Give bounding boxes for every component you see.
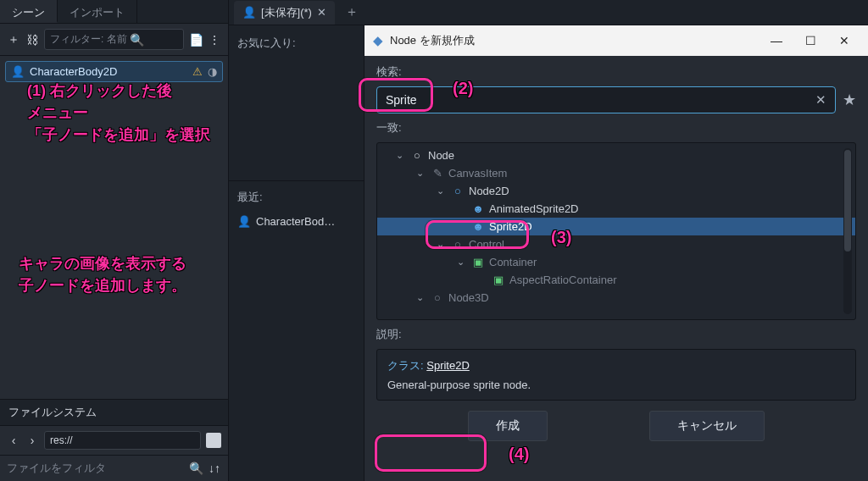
- filesystem-title: ファイルシステム: [0, 400, 228, 426]
- tree-control[interactable]: ⌄○Control: [377, 235, 855, 253]
- tree-node2d[interactable]: ⌄○Node2D: [377, 182, 855, 200]
- close-button[interactable]: ✕: [836, 34, 853, 47]
- match-label: 一致:: [376, 120, 856, 135]
- fs-path-box[interactable]: res://: [44, 431, 201, 450]
- add-tab-icon[interactable]: ＋: [337, 3, 367, 21]
- node2d-icon: ○: [452, 185, 464, 197]
- desc-label: 説明:: [376, 327, 856, 342]
- scrollbar[interactable]: [843, 148, 852, 314]
- dock-tabs: シーン インポート: [0, 0, 228, 24]
- scene-filter[interactable]: フィルター: 名前 🔍: [44, 29, 184, 50]
- chevron-down-icon: ⌄: [416, 168, 426, 179]
- main-tabbar: 👤 [未保存](*) ✕ ＋: [229, 0, 868, 25]
- characterbody-icon: 👤: [11, 65, 25, 78]
- filesystem-panel: ファイルシステム ‹ › res:// ファイルをフィルタ 🔍 ↓↑: [0, 399, 228, 481]
- dialog-titlebar[interactable]: ◆ Node を新規作成 — ☐ ✕: [364, 25, 868, 56]
- tree-animatedsprite2d[interactable]: ☻AnimatedSprite2D: [377, 200, 855, 218]
- dialog-title-text: Node を新規作成: [390, 33, 475, 48]
- filter-placeholder: フィルター: 名前: [50, 32, 127, 47]
- recent-item[interactable]: 👤 CharacterBod…: [229, 210, 364, 233]
- sprite2d-icon: ☻: [472, 220, 484, 233]
- control-icon: ○: [452, 238, 464, 251]
- class-description: General-purpose sprite node.: [387, 379, 845, 391]
- class-label: クラス:: [387, 359, 424, 372]
- tree-canvasitem[interactable]: ⌄✎CanvasItem: [377, 164, 855, 182]
- description-box: クラス: Sprite2D General-purpose sprite nod…: [376, 349, 856, 401]
- add-icon[interactable]: ＋: [7, 33, 20, 47]
- script-add-icon[interactable]: 📄: [189, 33, 203, 47]
- fs-view-toggle[interactable]: [206, 433, 221, 448]
- more-icon[interactable]: ⋮: [208, 33, 221, 47]
- minimize-button[interactable]: —: [768, 34, 785, 47]
- tree-node3d[interactable]: ⌄○Node3D: [377, 289, 855, 307]
- godot-icon: ◆: [373, 33, 383, 48]
- aspectratio-icon: ▣: [492, 274, 504, 286]
- chevron-down-icon: ⌄: [396, 150, 406, 161]
- favorites-label: お気に入り:: [229, 25, 364, 56]
- cancel-button[interactable]: キャンセル: [649, 411, 765, 441]
- class-name[interactable]: Sprite2D: [426, 359, 470, 372]
- match-list: ⌄○Node ⌄✎CanvasItem ⌄○Node2D ☻AnimatedSp…: [376, 142, 856, 320]
- canvasitem-icon: ✎: [431, 167, 443, 180]
- close-icon[interactable]: ✕: [317, 6, 326, 19]
- tab-import[interactable]: インポート: [58, 0, 137, 23]
- animatedsprite-icon: ☻: [472, 202, 484, 215]
- scene-toolbar: ＋ ⛓ フィルター: 名前 🔍 📄 ⋮: [0, 24, 228, 56]
- chevron-down-icon: ⌄: [437, 239, 447, 250]
- recent-label: 最近:: [229, 180, 364, 210]
- maximize-button[interactable]: ☐: [802, 34, 819, 47]
- recent-item-label: CharacterBod…: [256, 215, 335, 228]
- favorite-star-icon[interactable]: ★: [843, 91, 856, 109]
- search-input-wrap[interactable]: ✕: [376, 86, 836, 113]
- scene-tree: 👤 CharacterBody2D ⚠ ◑: [0, 56, 228, 225]
- create-node-dialog: ◆ Node を新規作成 — ☐ ✕ 検索: ✕ ★: [364, 25, 868, 481]
- root-node-label: CharacterBody2D: [30, 65, 117, 78]
- characterbody-icon: 👤: [237, 215, 251, 228]
- tree-sprite2d[interactable]: ☻Sprite2D: [377, 218, 855, 235]
- node-icon: ○: [411, 149, 423, 162]
- visibility-icon[interactable]: ◑: [208, 65, 217, 78]
- scene-root-node[interactable]: 👤 CharacterBody2D ⚠ ◑: [5, 61, 223, 82]
- search-input[interactable]: [386, 93, 809, 107]
- scrollthumb[interactable]: [844, 150, 851, 252]
- search-label: 検索:: [376, 64, 856, 80]
- link-icon[interactable]: ⛓: [25, 33, 39, 47]
- fs-filter-box[interactable]: ファイルをフィルタ: [7, 461, 184, 476]
- tree-container[interactable]: ⌄▣Container: [377, 253, 855, 271]
- characterbody-icon: 👤: [242, 6, 256, 19]
- chevron-down-icon: ⌄: [457, 257, 467, 268]
- search-icon: 🔍: [189, 462, 203, 475]
- tab-scene[interactable]: シーン: [0, 0, 58, 23]
- main-tab-unsaved[interactable]: 👤 [未保存](*) ✕: [234, 1, 335, 25]
- tree-node[interactable]: ⌄○Node: [377, 147, 855, 164]
- node3d-icon: ○: [431, 291, 443, 304]
- chevron-down-icon: ⌄: [416, 292, 426, 303]
- search-icon: 🔍: [131, 33, 144, 47]
- container-icon: ▣: [472, 256, 484, 268]
- warning-icon[interactable]: ⚠: [192, 65, 203, 78]
- favorites-panel: お気に入り: 最近: 👤 CharacterBod…: [229, 25, 364, 481]
- nav-fwd-icon[interactable]: ›: [25, 434, 39, 447]
- sort-icon[interactable]: ↓↑: [208, 462, 221, 475]
- nav-back-icon[interactable]: ‹: [7, 434, 20, 447]
- create-button[interactable]: 作成: [468, 411, 548, 441]
- chevron-down-icon: ⌄: [437, 185, 447, 196]
- tree-aspectratio[interactable]: ▣AspectRatioContainer: [377, 271, 855, 289]
- clear-icon[interactable]: ✕: [815, 92, 826, 108]
- main-tab-label: [未保存](*): [261, 5, 312, 20]
